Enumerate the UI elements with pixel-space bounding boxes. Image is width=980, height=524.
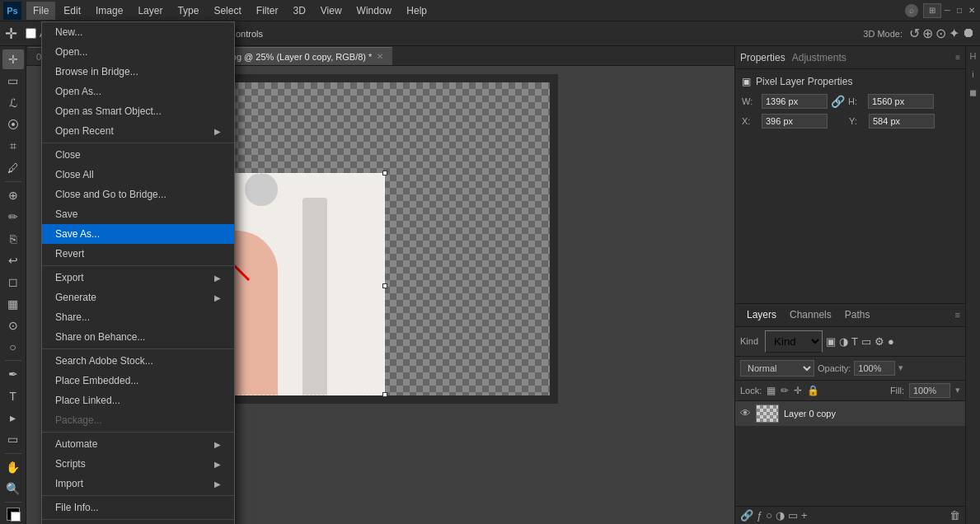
adjustment-filter-icon[interactable]: ◑ [839, 335, 848, 348]
adjustments-tab[interactable]: Adjustments [792, 52, 846, 63]
select-rect-tool[interactable]: ▭ [2, 71, 24, 91]
menu-import[interactable]: Import▶ [42, 474, 234, 494]
layers-tab[interactable]: Layers [740, 304, 783, 325]
type-tool[interactable]: T [2, 386, 24, 406]
handle-br[interactable] [382, 392, 387, 397]
menu-place-embedded[interactable]: Place Embedded... [42, 371, 234, 391]
menu-window[interactable]: Window [350, 2, 399, 20]
menu-layer[interactable]: Layer [131, 2, 169, 20]
lock-transparent-icon[interactable]: ▦ [767, 385, 776, 396]
menu-open-smart[interactable]: Open as Smart Object... [42, 101, 234, 121]
menu-generate[interactable]: Generate▶ [42, 288, 234, 307]
opacity-input[interactable] [854, 361, 895, 376]
menu-save-as[interactable]: Save As... [42, 224, 234, 244]
workspace-switcher[interactable]: ⊞ [923, 3, 941, 18]
3d-orbit-icon[interactable]: ↺ [909, 26, 920, 41]
blur-tool[interactable]: ⊙ [2, 316, 24, 335]
foreground-color[interactable] [7, 508, 20, 521]
shape-filter-icon[interactable]: ▭ [861, 335, 871, 348]
move-tool[interactable]: ✛ [2, 49, 24, 69]
link-wh-icon[interactable]: 🔗 [831, 95, 845, 108]
add-adjustment-icon[interactable]: ◑ [776, 509, 785, 522]
crop-tool[interactable]: ⌗ [2, 136, 24, 156]
blend-mode-select[interactable]: Normal [740, 360, 814, 377]
pixel-filter-icon[interactable]: ▣ [826, 335, 836, 348]
panel-collapse-icon[interactable]: ≡ [955, 53, 960, 62]
info-icon[interactable]: i [967, 68, 980, 81]
menu-type[interactable]: Type [171, 2, 205, 20]
clone-tool[interactable]: ⎘ [2, 228, 24, 248]
add-group-icon[interactable]: ▭ [788, 509, 798, 522]
handle-tr[interactable] [382, 171, 387, 175]
menu-open-as[interactable]: Open As... [42, 82, 234, 101]
menu-scripts[interactable]: Scripts▶ [42, 454, 234, 474]
add-mask-icon[interactable]: ○ [766, 509, 772, 522]
handle-mr[interactable] [382, 283, 387, 288]
menu-open[interactable]: Open... [42, 42, 234, 62]
background-color[interactable] [11, 512, 21, 522]
brush-tool[interactable]: ✏ [2, 207, 24, 227]
add-style-icon[interactable]: ƒ [757, 509, 762, 522]
menu-share[interactable]: Share... [42, 307, 234, 327]
opacity-arrow[interactable]: ▾ [898, 363, 903, 373]
menu-select[interactable]: Select [207, 2, 247, 20]
dodge-tool[interactable]: ○ [2, 337, 24, 357]
3d-slide-icon[interactable]: ✦ [949, 26, 959, 41]
x-value[interactable] [762, 114, 828, 129]
menu-place-linked[interactable]: Place Linked... [42, 391, 234, 410]
window-close[interactable]: ✕ [968, 6, 975, 15]
paths-tab[interactable]: Paths [838, 304, 877, 325]
hand-tool[interactable]: ✋ [2, 456, 24, 476]
window-minimize[interactable]: ─ [945, 6, 950, 15]
channels-tab[interactable]: Channels [783, 304, 838, 325]
menu-search-stock[interactable]: Search Adobe Stock... [42, 351, 234, 371]
delete-layer-icon[interactable]: 🗑 [950, 509, 960, 522]
menu-close-bridge[interactable]: Close and Go to Bridge... [42, 185, 234, 204]
3d-dolly-icon[interactable]: ⊙ [935, 26, 946, 41]
menu-automate[interactable]: Automate▶ [42, 434, 234, 454]
menu-save[interactable]: Save [42, 204, 234, 224]
3d-pan-icon[interactable]: ⊕ [922, 26, 933, 41]
add-layer-icon[interactable]: + [801, 509, 808, 522]
tab-2-close[interactable]: ✕ [377, 52, 383, 61]
menu-share-behance[interactable]: Share on Behance... [42, 327, 234, 347]
lock-paint-icon[interactable]: ✏ [781, 385, 789, 396]
auto-select-checkbox[interactable] [26, 28, 36, 39]
menu-close[interactable]: Close [42, 145, 234, 165]
type-filter-icon[interactable]: T [851, 335, 858, 348]
gradient-tool[interactable]: ▦ [2, 293, 24, 313]
menu-browse-bridge[interactable]: Browse in Bridge... [42, 62, 234, 82]
layer-visibility-toggle[interactable]: 👁 [740, 407, 751, 419]
history-brush-tool[interactable]: ↩ [2, 250, 24, 270]
properties-tab[interactable]: Properties [740, 52, 785, 63]
menu-file-info[interactable]: File Info... [42, 498, 234, 517]
menu-help[interactable]: Help [400, 2, 434, 20]
3d-rotate-icon[interactable]: ⏺ [962, 26, 975, 41]
y-value[interactable] [869, 114, 935, 129]
kind-select[interactable]: Kind [765, 330, 823, 353]
menu-3d[interactable]: 3D [286, 2, 312, 20]
selected-filter-icon[interactable]: ● [888, 335, 894, 348]
smart-filter-icon[interactable]: ⚙ [874, 335, 884, 348]
layer-item[interactable]: 👁 Layer 0 copy [735, 401, 965, 427]
history-icon[interactable]: H [967, 49, 980, 63]
layers-menu-icon[interactable]: ≡ [955, 310, 960, 320]
fill-input[interactable] [909, 383, 950, 398]
fill-arrow[interactable]: ▾ [955, 385, 960, 395]
menu-revert[interactable]: Revert [42, 244, 234, 264]
search-icon[interactable]: ⌕ [905, 4, 918, 17]
menu-new[interactable]: New... [42, 22, 234, 42]
menu-open-recent[interactable]: Open Recent▶ [42, 121, 234, 141]
swatches-icon[interactable]: ◼ [967, 86, 980, 99]
lasso-tool[interactable]: ℒ [2, 93, 24, 113]
menu-export[interactable]: Export▶ [42, 268, 234, 288]
w-value[interactable] [762, 94, 828, 109]
h-value[interactable] [868, 94, 934, 109]
zoom-tool[interactable]: 🔍 [2, 479, 24, 498]
heal-tool[interactable]: ⊕ [2, 185, 24, 205]
eyedropper-tool[interactable]: 🖊 [2, 158, 24, 178]
window-maximize[interactable]: □ [957, 6, 962, 15]
pen-tool[interactable]: ✒ [2, 364, 24, 384]
lock-all-icon[interactable]: 🔒 [807, 385, 819, 396]
lock-move-icon[interactable]: ✛ [794, 385, 802, 396]
